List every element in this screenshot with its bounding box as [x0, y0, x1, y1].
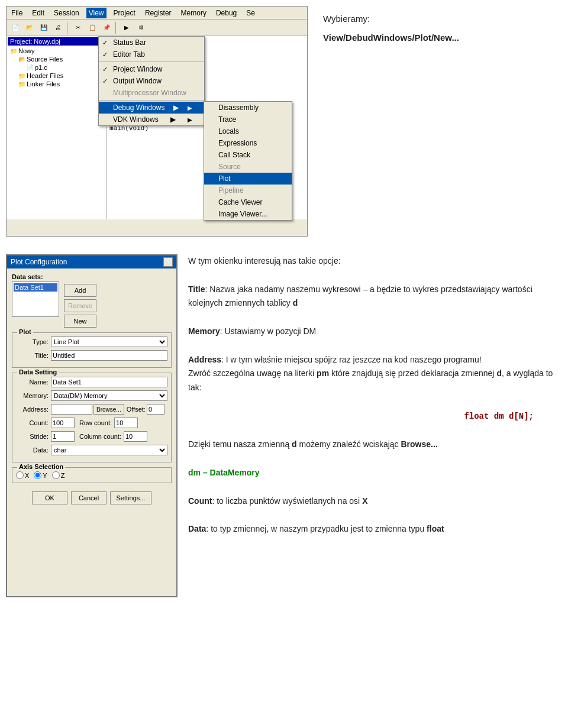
node-label: p1.c: [35, 64, 47, 71]
folder-icon: 📁: [10, 48, 17, 54]
save-btn[interactable]: 💾: [37, 21, 50, 34]
menu-session[interactable]: Session: [51, 8, 82, 18]
menu-file[interactable]: File: [9, 8, 25, 18]
menu-vdk-windows[interactable]: VDK Windows ▶: [99, 114, 204, 125]
ide-toolbar: 📄 📂 💾 🖨 ✂ 📋 📌 ▶ ⚙: [7, 20, 307, 36]
open-btn[interactable]: 📂: [23, 21, 36, 34]
dm-label: dm – DataMemory: [188, 466, 557, 480]
new-btn[interactable]: 📄: [9, 21, 22, 34]
type-label: Type:: [16, 338, 49, 345]
dataset-listbox[interactable]: Data Set1: [12, 282, 59, 317]
build-btn[interactable]: ▶: [120, 21, 133, 34]
new-button[interactable]: New: [64, 315, 96, 328]
radio-z[interactable]: [52, 471, 60, 479]
memory-row: Memory: Data(DM) Memory: [16, 390, 167, 401]
submenu-trace[interactable]: Trace: [204, 114, 292, 125]
submenu-cache-viewer[interactable]: Cache Viewer: [204, 196, 292, 208]
node-label: Header Files: [27, 72, 63, 79]
view-menu-list[interactable]: Status Bar Editor Tab Project Window Out…: [98, 36, 205, 126]
menu-project-window[interactable]: Project Window: [99, 63, 204, 75]
name-input[interactable]: [51, 377, 167, 387]
column-count-input[interactable]: [124, 431, 147, 442]
address-desc: Address: I w tym właśnie miejscu spójrz …: [188, 353, 557, 367]
radio-x[interactable]: [16, 471, 24, 479]
offset-label: Offset:: [127, 406, 146, 413]
menu-separator-2: [99, 100, 204, 101]
copy-btn[interactable]: 📋: [86, 21, 99, 34]
menu-project[interactable]: Project: [111, 8, 138, 18]
radio-x-label: X: [25, 472, 29, 479]
column-count-label: Column count:: [79, 433, 121, 440]
folder-icon: 📁: [18, 81, 25, 88]
axis-group: Axis Selection X Y Z: [12, 467, 172, 483]
submenu-locals[interactable]: Locals: [204, 125, 292, 137]
dialog-content: Data sets: Data Set1 Add Remove New Plot…: [7, 268, 176, 513]
address-input[interactable]: [51, 404, 92, 415]
count-input[interactable]: [51, 418, 75, 428]
menu-debug-windows[interactable]: Debug Windows ▶: [99, 102, 204, 114]
title-input[interactable]: [51, 350, 167, 361]
paste-btn[interactable]: 📌: [100, 21, 113, 34]
submenu-callstack[interactable]: Call Stack: [204, 149, 292, 161]
stride-label: Stride:: [16, 433, 49, 440]
address-label: Address:: [16, 406, 49, 413]
remove-button[interactable]: Remove: [64, 299, 96, 312]
menu-edit[interactable]: Edit: [30, 8, 47, 18]
menu-output-window[interactable]: Output Window: [99, 75, 204, 87]
toolbar-sep2: [115, 22, 118, 34]
print-btn[interactable]: 🖨: [51, 21, 64, 34]
toolbar-sep1: [67, 22, 69, 34]
ok-button[interactable]: OK: [32, 491, 67, 504]
tree-node-linker[interactable]: 📁 Linker Files: [10, 80, 105, 88]
ide-menubar[interactable]: File Edit Session View Project Register …: [7, 7, 307, 20]
menu-status-bar[interactable]: Status Bar: [99, 37, 204, 48]
run-btn[interactable]: ⚙: [134, 21, 147, 34]
radio-y-label: Y: [43, 472, 47, 479]
settings-button[interactable]: Settings...: [110, 491, 151, 504]
submenu-image-viewer[interactable]: Image Viewer...: [204, 208, 292, 220]
radio-y[interactable]: [34, 471, 41, 479]
submenu-disassembly[interactable]: Disassembly: [204, 102, 292, 114]
menu-memory[interactable]: Memory: [179, 8, 209, 18]
submenu-plot[interactable]: Plot: [204, 173, 292, 185]
dialog-help-btn[interactable]: ?: [163, 257, 173, 267]
offset-input[interactable]: [147, 404, 164, 415]
menu-multiprocessor[interactable]: Multiprocessor Window: [99, 87, 204, 99]
memory-desc: Memory: Ustawiamy w pozycji DM: [188, 325, 557, 339]
memory-select[interactable]: Data(DM) Memory: [51, 390, 167, 401]
plot-group-label: Plot: [17, 328, 33, 335]
dataset-label: Data sets:: [12, 273, 59, 280]
cut-btn[interactable]: ✂: [72, 21, 85, 34]
menu-separator: [99, 62, 204, 62]
debug-submenu[interactable]: Disassembly Trace Locals Expressions Cal…: [204, 101, 292, 221]
project-tree: 📁 Nowy 📂 Source Files 📄 p1.c 📁 Header Fi…: [8, 47, 105, 88]
menu-editor-tab[interactable]: Editor Tab: [99, 48, 204, 60]
row-count-label: Row count:: [79, 419, 112, 426]
tree-node-nowy[interactable]: 📁 Nowy: [10, 47, 105, 55]
data-select[interactable]: char: [51, 445, 167, 455]
tree-node-source[interactable]: 📂 Source Files: [10, 55, 105, 63]
code-snippet: float dm d[N];: [188, 409, 557, 424]
row-count-input[interactable]: [114, 418, 138, 428]
side-buttons: Add Remove New: [64, 284, 96, 328]
folder-icon: 📁: [18, 73, 25, 79]
browse-button[interactable]: Browse...: [93, 404, 124, 415]
title-row: Title:: [16, 350, 167, 361]
menu-debug[interactable]: Debug: [214, 8, 239, 18]
node-label: Linker Files: [27, 80, 60, 88]
type-select[interactable]: Line Plot: [51, 337, 167, 347]
dataset-item-1[interactable]: Data Set1: [14, 283, 57, 292]
menu-view[interactable]: View: [86, 8, 106, 18]
submenu-pipeline[interactable]: Pipeline: [204, 185, 292, 196]
add-button[interactable]: Add: [64, 284, 96, 297]
tree-node-header[interactable]: 📁 Header Files: [10, 72, 105, 80]
menu-se[interactable]: Se: [244, 8, 257, 18]
data-setting-label: Data Setting: [17, 368, 59, 376]
submenu-source[interactable]: Source: [204, 161, 292, 173]
axis-group-label: Axis Selection: [17, 463, 65, 470]
stride-input[interactable]: [51, 431, 75, 442]
tree-node-p1c[interactable]: 📄 p1.c: [10, 63, 105, 72]
submenu-expressions[interactable]: Expressions: [204, 137, 292, 149]
menu-register[interactable]: Register: [143, 8, 174, 18]
cancel-button[interactable]: Cancel: [71, 491, 106, 504]
